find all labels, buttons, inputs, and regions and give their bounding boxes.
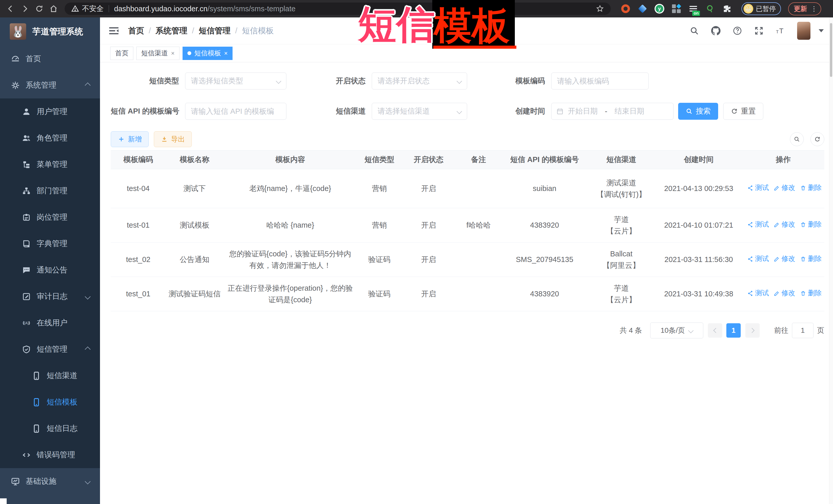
fullscreen-icon[interactable]	[754, 26, 764, 35]
sidebar-item-notice[interactable]: 通知公告	[0, 257, 100, 283]
sms-type-select[interactable]: 请选择短信类型	[185, 73, 286, 90]
menu-tree-icon	[22, 160, 31, 169]
delete-link[interactable]: 删除	[800, 288, 822, 299]
extension-magnifier-icon[interactable]	[705, 4, 715, 14]
delete-link[interactable]: 删除	[800, 219, 822, 230]
filter-channel: 短信渠道 请选择短信渠道	[298, 103, 467, 120]
user-avatar[interactable]	[797, 22, 810, 40]
search-button[interactable]: 搜索	[678, 103, 718, 120]
sidebar-collapse-icon[interactable]	[108, 25, 119, 37]
sidebar-item-error-code-management[interactable]: 错误码管理	[0, 442, 100, 468]
browser-menu-icon[interactable]: ⋮	[811, 5, 817, 13]
sidebar-item-sms-management[interactable]: 短信管理	[0, 336, 100, 362]
sidebar-item-home[interactable]: 首页	[0, 46, 100, 72]
browser-home-button[interactable]	[48, 3, 60, 15]
prev-page-button[interactable]	[708, 323, 722, 338]
edit-link[interactable]: 修改	[774, 288, 795, 299]
org-chart-icon	[22, 186, 31, 196]
cell-api-id: suibian	[502, 169, 587, 208]
breadcrumb-system[interactable]: 系统管理	[156, 25, 187, 36]
trash-icon	[800, 185, 806, 191]
sidebar-item-infrastructure[interactable]: 基础设施	[0, 468, 100, 495]
cell-remark	[455, 242, 502, 277]
test-link[interactable]: 测试	[747, 254, 769, 264]
chevron-right-icon	[749, 328, 755, 333]
not-secure-warning-icon	[71, 5, 79, 13]
cell-content: 正在进行登录操作{operation}，您的验证码是{code}	[223, 277, 357, 311]
test-link[interactable]: 测试	[747, 183, 769, 193]
sidebar-item-label: 在线用户	[37, 318, 67, 328]
sidebar-item-audit-log[interactable]: 审计日志	[0, 283, 100, 310]
page-size-select[interactable]: 10条/页	[650, 322, 703, 338]
sidebar-item-online-users[interactable]: (A) 在线用户	[0, 310, 100, 336]
tab-sms-channel[interactable]: 短信渠道 ×	[136, 47, 180, 60]
api-template-id-input[interactable]	[185, 103, 286, 120]
github-icon[interactable]	[711, 26, 721, 35]
extensions-puzzle-icon[interactable]	[722, 4, 732, 14]
goto-page-input[interactable]	[792, 323, 813, 338]
cell-status: 开启	[402, 169, 455, 208]
test-link[interactable]: 测试	[747, 288, 769, 299]
scrollbar-thumb[interactable]	[830, 23, 832, 77]
test-link[interactable]: 测试	[747, 219, 769, 230]
sidebar-item-sms-log[interactable]: 短信日志	[0, 415, 100, 442]
breadcrumb-sms[interactable]: 短信管理	[199, 25, 231, 36]
search-icon	[686, 108, 693, 115]
browser-profile-chip[interactable]: 😀 已暂停	[741, 2, 781, 15]
reset-button[interactable]: 重置	[723, 103, 763, 120]
ime-overlay-box: 模板	[432, 0, 515, 49]
sidebar-item-sms-template[interactable]: 短信模板	[0, 389, 100, 415]
edit-link[interactable]: 修改	[774, 183, 795, 193]
filter-status: 开启状态 请选择开启状态	[298, 73, 467, 90]
sidebar-item-dept-management[interactable]: 部门管理	[0, 178, 100, 204]
page-scrollbar[interactable]	[829, 18, 833, 504]
toggle-search-button[interactable]	[790, 132, 804, 146]
pencil-icon	[774, 256, 780, 262]
browser-update-button[interactable]: 更新 ⋮	[788, 2, 821, 16]
extension-y-icon[interactable]: y	[654, 4, 665, 14]
browser-reload-button[interactable]	[33, 3, 45, 15]
extension-pin-icon[interactable]	[637, 4, 648, 14]
sidebar-item-menu-management[interactable]: 菜单管理	[0, 151, 100, 178]
browser-back-button[interactable]	[5, 3, 17, 15]
export-button[interactable]: 导出	[154, 131, 192, 147]
tab-label: 短信渠道	[141, 49, 168, 58]
cell-code: test_02	[111, 242, 166, 277]
breadcrumb-home[interactable]: 首页	[128, 25, 144, 36]
sidebar-item-post-management[interactable]: 岗位管理	[0, 204, 100, 231]
tab-close-icon[interactable]: ×	[171, 50, 174, 57]
refresh-icon	[731, 108, 738, 115]
date-range-picker[interactable]: 开始日期 - 结束日期	[551, 103, 673, 120]
table-row: test-01 测试模板 哈哈哈 {name} 营销 开启 f哈哈哈 43839…	[111, 208, 824, 242]
delete-link[interactable]: 删除	[800, 254, 822, 264]
sidebar-logo[interactable]: 🐰 芋道管理系统	[0, 18, 100, 46]
url-bar[interactable]: 不安全 dashboard.yudao.iocoder.cn/system/sm…	[65, 3, 611, 15]
avatar-caret-icon[interactable]	[819, 29, 824, 32]
status-select[interactable]: 请选择开启状态	[372, 73, 467, 90]
tab-close-icon[interactable]: ×	[224, 50, 228, 57]
tab-sms-template[interactable]: 短信模板 ×	[183, 47, 233, 60]
add-button[interactable]: 新增	[111, 131, 149, 147]
sidebar-item-system-management[interactable]: 系统管理	[0, 72, 100, 98]
next-page-button[interactable]	[745, 323, 760, 338]
sidebar-item-dict-management[interactable]: 字典管理	[0, 231, 100, 257]
extension-list-on-icon[interactable]: on	[688, 4, 698, 14]
template-code-input[interactable]	[551, 73, 649, 90]
edit-link[interactable]: 修改	[774, 254, 795, 264]
extension-ring-icon[interactable]	[620, 4, 631, 14]
tab-home[interactable]: 首页	[110, 47, 133, 60]
delete-link[interactable]: 删除	[800, 183, 822, 193]
browser-forward-button[interactable]	[19, 3, 31, 15]
sidebar-item-role-management[interactable]: 角色管理	[0, 125, 100, 151]
channel-select[interactable]: 请选择短信渠道	[372, 103, 467, 120]
bookmark-star-icon[interactable]	[596, 5, 604, 13]
header-search-icon[interactable]	[689, 26, 699, 35]
help-icon[interactable]	[733, 26, 742, 35]
font-size-icon[interactable]: TT	[776, 26, 785, 35]
sidebar-item-sms-channel[interactable]: 短信渠道	[0, 362, 100, 389]
extension-grid-icon[interactable]	[671, 4, 682, 14]
sidebar-item-user-management[interactable]: 用户管理	[0, 98, 100, 125]
refresh-table-button[interactable]	[810, 132, 824, 146]
edit-link[interactable]: 修改	[774, 219, 795, 230]
page-number-1[interactable]: 1	[727, 323, 741, 338]
